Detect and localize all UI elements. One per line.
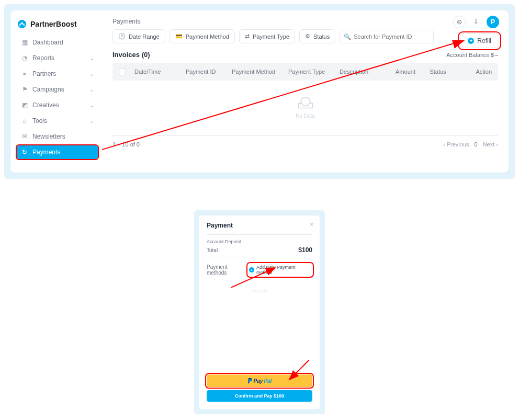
payment-methods-label: Payment methods — [207, 264, 248, 276]
sidebar-item-label: Creatives — [32, 101, 59, 109]
brand-icon — [18, 20, 26, 28]
sidebar-item-payments[interactable]: ↻ Payments — [17, 145, 98, 159]
sliders-icon: ⚙ — [305, 33, 310, 40]
divider — [207, 234, 312, 235]
search-icon: 🔍 — [344, 33, 351, 40]
inbox-icon — [296, 95, 315, 110]
swap-icon: ⇄ — [245, 33, 250, 40]
add-payment-label: Add New Payment method — [256, 265, 311, 275]
creatives-icon: ◩ — [21, 101, 28, 109]
paypal-icon — [247, 378, 253, 384]
modal-title: Payment — [207, 222, 312, 229]
main-content: ⊖ ⇩ P Payments 🕑 Date Range 💳 Payment Me… — [102, 10, 509, 173]
sidebar-item-label: Partners — [32, 70, 56, 77]
col-payment-type: Payment Type — [288, 69, 335, 75]
reports-icon: ◔ — [21, 54, 28, 62]
confirm-pay-button[interactable]: Confirm and Pay $100 — [207, 390, 312, 402]
refill-label: Refill — [477, 37, 491, 44]
minus-icon[interactable]: ⊖ — [453, 16, 466, 28]
paypal-button[interactable]: PayPal — [207, 374, 312, 387]
chevron-down-icon: ⌄ — [89, 71, 94, 77]
pager-range: 1 – 10 of 0 — [112, 141, 140, 147]
account-balance-label: Account Balance — [446, 52, 490, 58]
col-payment-method: Payment Method — [232, 69, 284, 75]
filter-label: Payment Type — [253, 33, 289, 40]
pager-next[interactable]: Next › — [483, 141, 498, 147]
confirm-label: Confirm and Pay $100 — [235, 393, 284, 399]
balance-value: – — [495, 52, 498, 58]
total-value: $100 — [298, 246, 312, 254]
filter-payment-type[interactable]: ⇄ Payment Type — [239, 29, 295, 43]
sidebar-item-dashboard[interactable]: ▦ Dashboard — [17, 36, 98, 49]
page-title: Payments — [112, 18, 498, 25]
close-icon[interactable]: × — [310, 221, 313, 228]
filter-label: Status — [313, 33, 330, 40]
campaigns-icon: ⚑ — [21, 86, 28, 93]
sidebar-item-creatives[interactable]: ◩ Creatives ⌄ — [17, 98, 98, 112]
pager-prev[interactable]: ‹ Previous — [443, 141, 469, 147]
filter-payment-method[interactable]: 💳 Payment Method — [170, 29, 235, 43]
chevron-down-icon: ⌄ — [89, 55, 94, 61]
plus-icon: + — [468, 38, 474, 44]
deposit-label: Account Deposit — [207, 239, 312, 244]
sidebar-item-partners[interactable]: ⚭ Partners ⌄ — [17, 67, 98, 81]
dashboard-icon: ▦ — [21, 39, 28, 46]
refill-highlight: + Refill — [460, 33, 499, 48]
no-data-block: No Data — [112, 81, 498, 133]
app-shell: PartnerBoost ▦ Dashboard ◔ Reports ⌄ ⚭ P… — [10, 10, 509, 173]
tools-icon: ⌂ — [21, 117, 28, 124]
select-all-checkbox[interactable] — [119, 68, 126, 75]
chevron-down-icon: ⌄ — [89, 103, 94, 108]
sidebar-item-reports[interactable]: ◔ Reports ⌄ — [17, 51, 98, 65]
clock-icon: 🕑 — [118, 33, 126, 40]
filter-label: Date Range — [129, 33, 160, 40]
refill-button[interactable]: + Refill — [460, 33, 499, 48]
sidebar-item-tools[interactable]: ⌂ Tools ⌄ — [17, 114, 98, 128]
invoices-header-row: Invoices (0) Account Balance $ – — [112, 51, 498, 59]
add-payment-highlight: + Add New Payment method — [248, 264, 312, 276]
filter-date-range[interactable]: 🕑 Date Range — [112, 29, 165, 43]
search-wrap: 🔍 — [340, 30, 434, 43]
table-header: Date/Time Payment ID Payment Method Paym… — [112, 63, 498, 81]
chevron-down-icon: ⌄ — [89, 87, 94, 93]
col-amount: Amount — [374, 69, 415, 75]
filter-toolbar: 🕑 Date Range 💳 Payment Method ⇄ Payment … — [112, 29, 498, 43]
col-action: Action — [460, 69, 492, 75]
search-input[interactable] — [340, 30, 434, 43]
account-balance: Account Balance $ – — [446, 52, 498, 58]
invoices-title: Invoices (0) — [112, 51, 150, 59]
add-payment-method-button[interactable]: + Add New Payment method — [249, 265, 311, 275]
chevron-down-icon: ⌄ — [89, 118, 94, 124]
divider — [112, 135, 498, 136]
col-payment-id: Payment ID — [186, 69, 228, 75]
col-date: Date/Time — [134, 69, 182, 75]
profile-avatar[interactable]: P — [487, 16, 499, 28]
payments-icon: ↻ — [21, 149, 28, 156]
no-data-label: No Data — [296, 113, 315, 119]
card-icon: 💳 — [175, 33, 183, 40]
sidebar-item-campaigns[interactable]: ⚑ Campaigns ⌄ — [17, 83, 98, 96]
pagination: 1 – 10 of 0 ‹ Previous 0 Next › — [112, 141, 498, 147]
col-status: Status — [420, 69, 456, 75]
payment-modal: × Payment Account Deposit Total $100 Pay… — [199, 215, 320, 409]
sidebar-item-label: Campaigns — [32, 86, 64, 93]
modal-container: × Payment Account Deposit Total $100 Pay… — [194, 210, 325, 414]
modal-no-data: No Data — [207, 278, 312, 374]
filter-status[interactable]: ⚙ Status — [299, 29, 335, 43]
paypal-text-pal: Pal — [264, 378, 272, 384]
brand: PartnerBoost — [17, 18, 98, 33]
download-icon[interactable]: ⇩ — [470, 16, 482, 28]
top-panel-container: PartnerBoost ▦ Dashboard ◔ Reports ⌄ ⚭ P… — [4, 4, 515, 179]
newsletters-icon: ✉ — [21, 133, 28, 140]
sidebar-item-newsletters[interactable]: ✉ Newsletters — [17, 130, 98, 143]
filter-label: Payment Method — [186, 33, 229, 40]
sidebar-item-label: Tools — [32, 117, 47, 124]
sidebar-item-label: Payments — [32, 149, 60, 156]
sidebar-item-label: Reports — [32, 54, 54, 62]
paypal-text-pay: Pay — [254, 378, 263, 384]
sidebar: PartnerBoost ▦ Dashboard ◔ Reports ⌄ ⚭ P… — [10, 10, 102, 173]
plus-icon: + — [249, 267, 254, 273]
pager-current: 0 — [475, 141, 478, 147]
header-icons: ⊖ ⇩ P — [453, 16, 499, 28]
total-label: Total — [207, 247, 218, 253]
